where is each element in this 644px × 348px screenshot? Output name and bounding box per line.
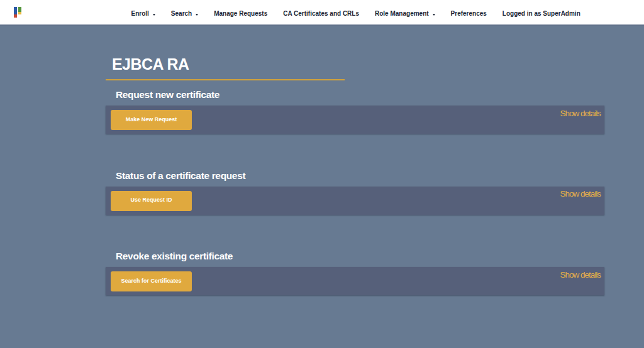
make-new-request-button[interactable]: Make New Request	[111, 110, 192, 130]
menu-item-label: CA Certificates and CRLs	[283, 10, 359, 17]
logo-bar-right	[18, 7, 21, 14]
caret-down-icon	[196, 14, 198, 16]
menu-item-label: Preferences	[451, 10, 487, 17]
menu-item-label: Search	[171, 10, 192, 17]
section-panel: Make New RequestShow details	[106, 106, 604, 134]
top-navbar: EnrollSearchManage RequestsCA Certificat…	[0, 0, 644, 26]
main-menu: EnrollSearchManage RequestsCA Certificat…	[123, 0, 588, 24]
menu-item-preferences[interactable]: Preferences	[443, 0, 494, 24]
page-title: EJBCA RA	[106, 55, 604, 73]
section-request-new-certificate: Request new certificateMake New RequestS…	[106, 89, 604, 134]
section-status-of-a-certificate-request: Status of a certificate requestUse Reque…	[106, 170, 604, 215]
use-request-id-button[interactable]: Use Request ID	[111, 191, 192, 211]
menu-item-manage-requests[interactable]: Manage Requests	[206, 0, 275, 24]
caret-down-icon	[433, 14, 435, 16]
section-panel: Use Request IDShow details	[106, 187, 604, 215]
section-panel: Search for CertificatesShow details	[106, 267, 604, 295]
show-details-link[interactable]: Show details	[560, 270, 601, 280]
title-underline	[106, 79, 345, 80]
section-heading: Status of a certificate request	[106, 170, 604, 181]
caret-down-icon	[153, 14, 155, 16]
section-revoke-existing-certificate: Revoke existing certificateSearch for Ce…	[106, 251, 604, 295]
ejbca-logo-icon[interactable]	[14, 7, 21, 18]
show-details-link[interactable]: Show details	[560, 109, 601, 118]
main-content: EJBCA RA Request new certificateMake New…	[106, 55, 604, 295]
section-heading: Request new certificate	[106, 89, 604, 100]
logo-bar-left	[14, 7, 17, 18]
menu-item-logged-in-as-superadmin[interactable]: Logged in as SuperAdmin	[494, 0, 588, 24]
show-details-link[interactable]: Show details	[560, 189, 601, 198]
menu-item-label: Role Management	[375, 10, 429, 17]
menu-item-label: Logged in as SuperAdmin	[502, 10, 580, 17]
search-for-certificates-button[interactable]: Search for Certificates	[111, 271, 192, 291]
menu-item-label: Manage Requests	[214, 10, 267, 17]
menu-item-label: Enroll	[131, 10, 149, 17]
menu-item-enroll[interactable]: Enroll	[123, 0, 163, 24]
section-heading: Revoke existing certificate	[106, 251, 604, 261]
menu-item-role-management[interactable]: Role Management	[367, 0, 443, 24]
menu-item-search[interactable]: Search	[163, 0, 206, 24]
menu-item-ca-certificates-and-crls[interactable]: CA Certificates and CRLs	[275, 0, 367, 24]
